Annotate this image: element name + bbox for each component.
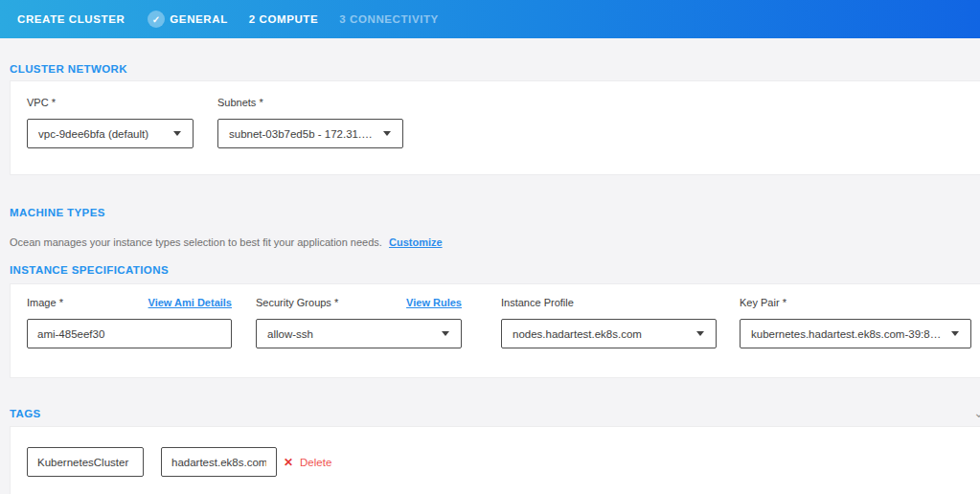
caret-down-icon	[696, 331, 704, 336]
tab-connectivity-label: 3 CONNECTIVITY	[339, 13, 439, 25]
key-pair-value: kubernetes.hadartest.ek8s.com-39:84:a5:9…	[751, 328, 944, 340]
instance-profile-field: Instance Profile nodes.hadartest.ek8s.co…	[501, 297, 717, 348]
security-groups-label: Security Groups *	[256, 297, 338, 308]
delete-tag-label: Delete	[300, 457, 331, 468]
subnets-value: subnet-03b7ed5b - 172.31.0.0/20 ...	[229, 128, 376, 140]
tag-value-input[interactable]	[161, 447, 277, 477]
tags-card	[10, 426, 980, 494]
key-pair-field: Key Pair * kubernetes.hadartest.ek8s.com…	[740, 297, 971, 348]
subnets-label: Subnets *	[217, 97, 263, 108]
caret-down-icon	[951, 331, 959, 336]
view-rules-link[interactable]: View Rules	[406, 297, 462, 308]
cluster-network-title: CLUSTER NETWORK	[10, 63, 127, 75]
key-pair-select[interactable]: kubernetes.hadartest.ek8s.com-39:84:a5:9…	[740, 319, 971, 348]
instance-specifications-title: INSTANCE SPECIFICATIONS	[10, 264, 169, 276]
security-groups-select[interactable]: allow-ssh	[256, 319, 462, 348]
wizard-header: CREATE CLUSTER ✓ GENERAL 2 COMPUTE 3 CON…	[0, 0, 980, 38]
image-label: Image *	[27, 297, 63, 308]
tab-general-label: GENERAL	[170, 13, 227, 25]
collapse-caret-icon[interactable]: ⌄	[973, 406, 980, 419]
tags-title: TAGS	[10, 408, 41, 419]
tag-key-input[interactable]	[27, 447, 144, 477]
tab-general[interactable]: ✓ GENERAL	[148, 11, 227, 28]
machine-types-description-text: Ocean manages your instance types select…	[10, 236, 382, 248]
delete-tag-button[interactable]: ✕ Delete	[284, 457, 331, 468]
caret-down-icon	[442, 331, 449, 336]
instance-profile-label: Instance Profile	[501, 297, 574, 308]
security-groups-value: allow-ssh	[267, 328, 313, 340]
image-input[interactable]	[27, 319, 232, 348]
page-title: CREATE CLUSTER	[17, 13, 125, 25]
wizard-steps: ✓ GENERAL 2 COMPUTE 3 CONNECTIVITY	[148, 11, 439, 28]
subnets-select[interactable]: subnet-03b7ed5b - 172.31.0.0/20 ...	[217, 119, 403, 148]
machine-types-description: Ocean manages your instance types select…	[10, 236, 443, 248]
tab-compute[interactable]: 2 COMPUTE	[249, 13, 319, 25]
tab-compute-label: 2 COMPUTE	[249, 13, 319, 25]
create-cluster-page: CREATE CLUSTER ✓ GENERAL 2 COMPUTE 3 CON…	[0, 0, 980, 494]
tag-row	[27, 447, 144, 477]
vpc-label: VPC *	[27, 97, 56, 108]
customize-link[interactable]: Customize	[389, 236, 443, 248]
tag-value-wrap	[161, 447, 277, 477]
caret-down-icon	[383, 131, 391, 136]
caret-down-icon	[173, 131, 181, 136]
instance-profile-value: nodes.hadartest.ek8s.com	[513, 328, 642, 340]
check-icon: ✓	[148, 11, 165, 28]
vpc-field: VPC * vpc-9dee6bfa (default)	[27, 97, 194, 148]
instance-profile-select[interactable]: nodes.hadartest.ek8s.com	[501, 319, 717, 348]
vpc-select[interactable]: vpc-9dee6bfa (default)	[27, 119, 194, 148]
machine-types-title: MACHINE TYPES	[10, 207, 105, 218]
delete-x-icon: ✕	[284, 457, 293, 468]
key-pair-label: Key Pair *	[740, 297, 786, 308]
view-ami-details-link[interactable]: View Ami Details	[148, 297, 232, 308]
subnets-field: Subnets * subnet-03b7ed5b - 172.31.0.0/2…	[217, 97, 403, 148]
vpc-value: vpc-9dee6bfa (default)	[38, 128, 148, 140]
security-groups-field: Security Groups * View Rules allow-ssh	[256, 297, 462, 348]
tab-connectivity[interactable]: 3 CONNECTIVITY	[339, 13, 439, 25]
image-field: Image * View Ami Details	[27, 297, 232, 348]
